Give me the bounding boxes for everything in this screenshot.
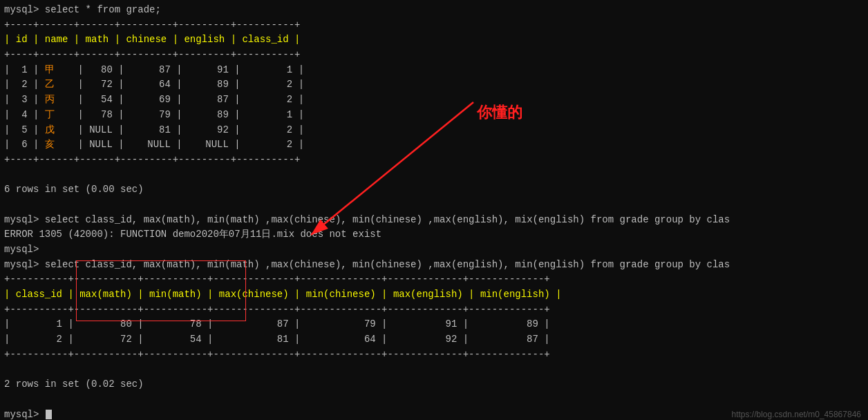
line-2: mysql> select class_id, max(math), min(m… [4,213,864,228]
table-border-bottom: +----+------+------+---------+---------+… [4,153,864,168]
table-row: | 5 | 戊 | NULL | 81 | 92 | 2 | [4,123,864,138]
table2-row-2: | 2 | 72 | 54 | 81 | 64 | 92 | 87 | [4,332,864,347]
table-row: | 4 | 丁 | 78 | 79 | 89 | 1 | [4,108,864,123]
table-border-mid: +----+------+------+---------+---------+… [4,48,864,63]
blank-line-3 [4,392,864,408]
error-line: ERROR 1305 (42000): FUNCTION demo2020年07… [4,227,864,242]
table2-header: | class_id | max(math) | min(math) | max… [4,287,864,303]
command-text: select * from grade; [45,4,161,15]
table2-border-bottom: +----------+-----------+-----------+----… [4,347,864,363]
result-count-2: 2 rows in set (0.02 sec) [4,377,864,392]
watermark: https://blog.csdn.net/m0_45867846 [732,410,861,419]
annotation-text: 你懂的 [477,102,522,123]
table2-row-1: | 1 | 80 | 78 | 87 | 79 | 91 | 89 | [4,317,864,332]
table-header: | id | name | math | chinese | english |… [4,32,864,48]
table-row: | 1 | 甲 | 80 | 87 | 91 | 1 | [4,63,864,78]
table-row: | 2 | 乙 | 72 | 64 | 89 | 2 | [4,77,864,93]
table2-border-mid: +----------+-----------+-----------+----… [4,303,864,318]
result-count-1: 6 rows in set (0.00 sec) [4,182,864,198]
blank-line [4,198,864,213]
table2-border-top: +----------+-----------+-----------+----… [4,272,864,287]
blank-line-2 [4,363,864,378]
prompt: mysql> [4,4,45,15]
line-3: mysql> select class_id, max(math), min(m… [4,258,864,273]
blank-line [4,168,864,183]
line-1: mysql> select * from grade; [4,3,864,18]
table-border-top: +----+------+------+---------+---------+… [4,18,864,33]
terminal: mysql> select * from grade; +----+------… [0,0,868,420]
cursor [46,410,52,419]
table-row: | 6 | 亥 | NULL | NULL | NULL | 2 | [4,137,864,153]
prompt-line: mysql> [4,242,864,258]
table-row: | 3 | 丙 | 54 | 69 | 87 | 2 | [4,93,864,108]
